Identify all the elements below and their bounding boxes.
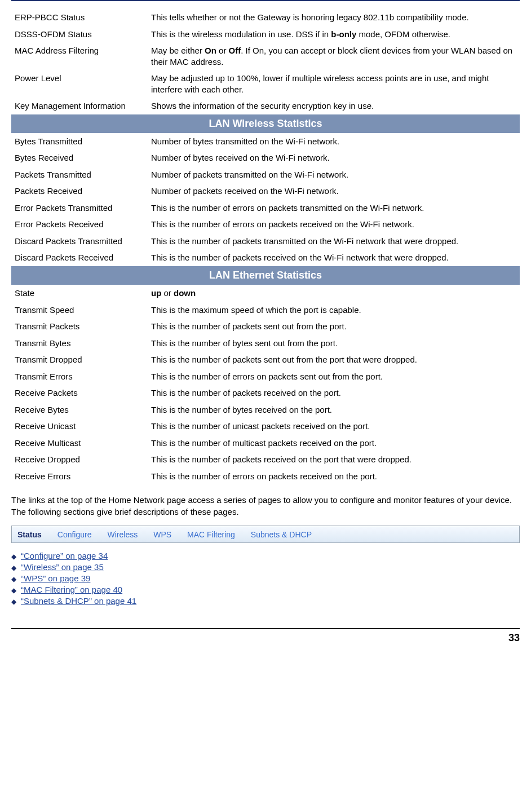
list-item: ◆“Configure” on page 34	[11, 551, 520, 561]
table-row: Stateup or down	[11, 285, 520, 302]
table-row: Packets ReceivedNumber of packets receiv…	[11, 183, 520, 200]
diamond-bullet-icon: ◆	[11, 564, 16, 572]
table-row: Transmit ErrorsThis is the number of err…	[11, 368, 520, 385]
description-cell: This is the number of packets transmitte…	[148, 233, 520, 250]
description-cell: This is the number of errors on packets …	[148, 368, 520, 385]
term-cell: Transmit Bytes	[11, 335, 148, 352]
description-cell: May be either On or Off. If On, you can …	[148, 42, 520, 70]
tab-status[interactable]: Status	[17, 530, 42, 539]
table-row: Packets TransmittedNumber of packets tra…	[11, 166, 520, 183]
term-cell: Transmit Errors	[11, 368, 148, 385]
table-row: Receive BytesThis is the number of bytes…	[11, 401, 520, 418]
tab-wps[interactable]: WPS	[153, 530, 171, 539]
description-cell: Number of bytes transmitted on the Wi-Fi…	[148, 133, 520, 150]
description-cell: Number of bytes received on the Wi-Fi ne…	[148, 149, 520, 166]
diamond-bullet-icon: ◆	[11, 575, 16, 583]
diamond-bullet-icon: ◆	[11, 553, 16, 561]
term-cell: Receive Multicast	[11, 435, 148, 452]
page-number: 33	[508, 632, 520, 643]
table-row: ERP-PBCC StatusThis tells whether or not…	[11, 9, 520, 26]
section-header-lan-ethernet: LAN Ethernet Statistics	[11, 266, 520, 285]
term-cell: Power Level	[11, 70, 148, 98]
tab-mac-filtering[interactable]: MAC Filtering	[187, 530, 235, 539]
term-cell: Receive Bytes	[11, 401, 148, 418]
term-cell: Transmit Dropped	[11, 351, 148, 368]
page-footer: 33	[11, 628, 520, 644]
description-cell: May be adjusted up to 100%, lower if mul…	[148, 70, 520, 98]
term-cell: Receive Packets	[11, 385, 148, 401]
term-cell: State	[11, 285, 148, 302]
diamond-bullet-icon: ◆	[11, 598, 16, 606]
tab-configure[interactable]: Configure	[57, 530, 92, 539]
description-cell: Shows the information of the security en…	[148, 98, 520, 114]
description-cell: Number of packets received on the Wi-Fi …	[148, 183, 520, 200]
table-row: Transmit DroppedThis is the number of pa…	[11, 351, 520, 368]
description-cell: This is the number of errors on packets …	[148, 468, 520, 485]
xref-link[interactable]: “WPS” on page 39	[21, 573, 90, 583]
table-row: Receive ErrorsThis is the number of erro…	[11, 468, 520, 485]
list-item: ◆“Wireless” on page 35	[11, 562, 520, 572]
table-row: Transmit BytesThis is the number of byte…	[11, 335, 520, 352]
description-cell: This is the number of errors on packets …	[148, 200, 520, 217]
table-row: Receive MulticastThis is the number of m…	[11, 435, 520, 452]
term-cell: Receive Dropped	[11, 451, 148, 468]
table-row: Error Packets TransmittedThis is the num…	[11, 200, 520, 217]
term-cell: DSSS-OFDM Status	[11, 26, 148, 43]
description-cell: This is the number of bytes received on …	[148, 401, 520, 418]
description-cell: This is the number of packets received o…	[148, 249, 520, 266]
intro-paragraph: The links at the top of the Home Network…	[11, 495, 520, 518]
term-cell: Packets Transmitted	[11, 166, 148, 183]
table-row: Transmit SpeedThis is the maximum speed …	[11, 302, 520, 319]
description-cell: This is the number of packets sent out f…	[148, 351, 520, 368]
list-item: ◆“MAC Filtering” on page 40	[11, 585, 520, 594]
term-cell: Transmit Packets	[11, 318, 148, 335]
description-cell: This is the number of errors on packets …	[148, 216, 520, 233]
list-item: ◆“WPS” on page 39	[11, 573, 520, 583]
section-header-lan-wireless: LAN Wireless Statistics	[11, 114, 520, 133]
term-cell: MAC Address Filtering	[11, 42, 148, 70]
description-cell: This is the number of bytes sent out fro…	[148, 335, 520, 352]
description-cell: This is the number of packets received o…	[148, 385, 520, 401]
section-title: LAN Ethernet Statistics	[11, 266, 520, 285]
table-row: Receive UnicastThis is the number of uni…	[11, 418, 520, 435]
tabs-bar: StatusConfigureWirelessWPSMAC FilteringS…	[11, 526, 520, 543]
description-cell: This is the number of unicast packets re…	[148, 418, 520, 435]
table-row: Receive PacketsThis is the number of pac…	[11, 385, 520, 401]
description-cell: This is the maximum speed of which the p…	[148, 302, 520, 319]
table-row: Discard Packets ReceivedThis is the numb…	[11, 249, 520, 266]
term-cell: Transmit Speed	[11, 302, 148, 319]
term-cell: Receive Errors	[11, 468, 148, 485]
table-row: MAC Address FilteringMay be either On or…	[11, 42, 520, 70]
xref-link[interactable]: “Configure” on page 34	[21, 551, 108, 561]
term-cell: Bytes Received	[11, 149, 148, 166]
description-cell: This is the number of packets sent out f…	[148, 318, 520, 335]
term-cell: Error Packets Received	[11, 216, 148, 233]
term-cell: ERP-PBCC Status	[11, 9, 148, 26]
table-row: Transmit PacketsThis is the number of pa…	[11, 318, 520, 335]
list-item: ◆“Subnets & DHCP” on page 41	[11, 596, 520, 606]
term-cell: Key Management Information	[11, 98, 148, 114]
table-row: Error Packets ReceivedThis is the number…	[11, 216, 520, 233]
description-cell: This is the number of packets received o…	[148, 451, 520, 468]
tab-subnets-dhcp[interactable]: Subnets & DHCP	[251, 530, 312, 539]
term-cell: Receive Unicast	[11, 418, 148, 435]
definitions-table: ERP-PBCC StatusThis tells whether or not…	[11, 9, 520, 484]
description-cell: Number of packets transmitted on the Wi-…	[148, 166, 520, 183]
term-cell: Discard Packets Transmitted	[11, 233, 148, 250]
xref-link[interactable]: “Subnets & DHCP” on page 41	[21, 596, 136, 606]
tab-wireless[interactable]: Wireless	[108, 530, 138, 539]
table-row: Receive DroppedThis is the number of pac…	[11, 451, 520, 468]
xref-link[interactable]: “Wireless” on page 35	[21, 562, 104, 572]
table-row: Bytes ReceivedNumber of bytes received o…	[11, 149, 520, 166]
xref-link[interactable]: “MAC Filtering” on page 40	[21, 585, 122, 594]
table-row: DSSS-OFDM StatusThis is the wireless mod…	[11, 26, 520, 43]
diamond-bullet-icon: ◆	[11, 586, 16, 594]
description-cell: This tells whether or not the Gateway is…	[148, 9, 520, 26]
term-cell: Discard Packets Received	[11, 249, 148, 266]
section-title: LAN Wireless Statistics	[11, 114, 520, 133]
description-cell: This is the number of multicast packets …	[148, 435, 520, 452]
table-row: Bytes TransmittedNumber of bytes transmi…	[11, 133, 520, 150]
description-cell: This is the wireless modulation in use. …	[148, 26, 520, 43]
table-row: Discard Packets TransmittedThis is the n…	[11, 233, 520, 250]
description-cell: up or down	[148, 285, 520, 302]
